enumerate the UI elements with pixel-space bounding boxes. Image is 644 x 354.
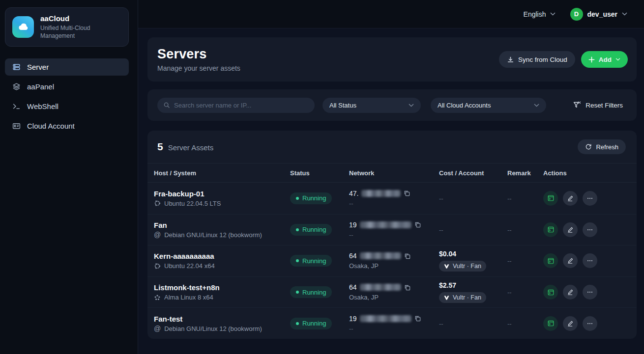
layers-icon: [12, 82, 21, 91]
ip-address: 64: [349, 252, 357, 260]
terminal-icon: [12, 102, 21, 110]
terminal-button[interactable]: [543, 285, 558, 300]
page-title: Servers: [157, 47, 240, 62]
language-selector[interactable]: English: [524, 10, 556, 18]
page-header-card: Servers Manage your server assets Sync f…: [147, 37, 637, 82]
column-header: Actions: [543, 169, 637, 177]
cloud-account-badge: Vultr · Fan: [439, 292, 486, 303]
table-row: Listmonk-test+n8n Alma Linux 8 x64 Runni…: [147, 276, 637, 308]
server-icon: [12, 63, 21, 71]
server-name: Fra-backup-01: [154, 190, 290, 198]
more-actions-button[interactable]: [583, 253, 597, 268]
copy-icon[interactable]: [404, 253, 410, 259]
server-os: Alma Linux 8 x64: [154, 294, 290, 301]
sidebar-nav: ServeraaPanelWebShellCloud Account: [0, 58, 138, 137]
status-badge: Running: [290, 224, 332, 236]
sidebar-item-webshell[interactable]: WebShell: [5, 98, 129, 115]
server-assets-card: 5 Server Assets Refresh Host / SystemSta…: [147, 131, 637, 339]
chevron-down-icon: [550, 12, 556, 16]
status-badge: Running: [290, 286, 332, 298]
table-row: Kern-aaaaaaaaaa Ubuntu 22.04 x64 Running…: [147, 245, 637, 276]
server-os: @Debian GNU/Linux 12 (bookworm): [154, 325, 290, 332]
remark: --: [507, 194, 543, 203]
ubuntu-icon: [154, 200, 161, 207]
cloud-account-badge: Vultr · Fan: [439, 261, 486, 272]
server-location: --: [349, 200, 439, 207]
server-os: Ubuntu 22.04.5 LTS: [154, 200, 290, 207]
column-header: Cost / Account: [439, 169, 507, 177]
server-location: Osaka, JP: [349, 262, 439, 270]
server-name: Listmonk-test+n8n: [154, 283, 290, 292]
content: Servers Manage your server assets Sync f…: [138, 28, 644, 354]
sidebar-item-server[interactable]: Server: [5, 58, 129, 76]
idcard-icon: [12, 122, 21, 130]
logo-card: aaCloud Unified Multi-Cloud Management: [5, 7, 129, 47]
sidebar-item-aapanel[interactable]: aaPanel: [5, 78, 129, 95]
add-button[interactable]: Add: [581, 51, 628, 68]
column-header: Host / System: [154, 169, 290, 177]
search-input[interactable]: [174, 102, 309, 109]
more-actions-button[interactable]: [583, 191, 597, 206]
edit-button[interactable]: [563, 316, 578, 331]
copy-icon[interactable]: [414, 221, 421, 228]
debian-icon: @: [154, 325, 161, 332]
remark: --: [507, 319, 543, 328]
sync-from-cloud-button[interactable]: Sync from Cloud: [499, 51, 575, 68]
copy-icon[interactable]: [404, 284, 410, 291]
cost: $0.04: [439, 250, 507, 258]
ip-address: 47.: [349, 190, 358, 197]
sidebar-item-cloud-account[interactable]: Cloud Account: [5, 117, 129, 135]
chevron-down-icon: [622, 12, 627, 16]
copy-icon[interactable]: [414, 315, 421, 322]
ip-address: 19: [349, 315, 357, 323]
column-header: Remark: [507, 169, 543, 177]
app-tagline: Unified Multi-Cloud Management: [40, 24, 121, 40]
status-badge: Running: [290, 192, 332, 204]
edit-button[interactable]: [563, 222, 578, 237]
app-root: aaCloud Unified Multi-Cloud Management S…: [0, 0, 644, 354]
reset-filters-button[interactable]: Reset Filters: [573, 101, 623, 109]
search-box[interactable]: [157, 98, 315, 113]
remark: --: [507, 256, 543, 265]
remark: --: [507, 225, 543, 234]
page-subtitle: Manage your server assets: [157, 64, 240, 72]
more-actions-button[interactable]: [583, 222, 597, 237]
ip-address: 19: [349, 221, 357, 229]
debian-icon: @: [154, 231, 161, 239]
terminal-button[interactable]: [543, 316, 558, 331]
column-header: Status: [290, 169, 349, 177]
cloud-account-filter[interactable]: All Cloud Accounts: [431, 98, 546, 113]
vultr-icon: [444, 264, 449, 269]
table-row: Fan @Debian GNU/Linux 12 (bookworm) Runn…: [147, 214, 637, 245]
user-menu[interactable]: D dev_user: [570, 8, 627, 21]
server-location: Osaka, JP: [349, 294, 439, 301]
edit-button[interactable]: [563, 285, 578, 300]
app-logo-cloud-icon: [12, 16, 34, 38]
asset-count: 5 Server Assets: [157, 141, 213, 153]
remark: --: [507, 288, 543, 297]
masked-ip: [360, 284, 401, 291]
cost: --: [439, 320, 443, 327]
server-location: --: [349, 231, 439, 239]
copy-icon[interactable]: [404, 190, 410, 196]
edit-button[interactable]: [563, 253, 578, 268]
more-actions-button[interactable]: [583, 285, 597, 300]
server-os: Ubuntu 22.04 x64: [154, 262, 290, 270]
terminal-button[interactable]: [543, 191, 558, 206]
chevron-down-icon: [409, 104, 414, 107]
cost: --: [439, 195, 443, 202]
edit-button[interactable]: [563, 191, 578, 206]
masked-ip: [361, 190, 401, 197]
table-header: Host / SystemStatusNetworkCost / Account…: [147, 163, 637, 183]
table-row: Fra-backup-01 Ubuntu 22.04.5 LTS Running…: [147, 183, 637, 214]
more-actions-button[interactable]: [583, 316, 597, 331]
status-filter[interactable]: All Status: [322, 98, 421, 113]
language-label: English: [524, 10, 546, 18]
terminal-button[interactable]: [543, 253, 558, 268]
terminal-button[interactable]: [543, 222, 558, 237]
vultr-icon: [444, 295, 449, 300]
cost: $2.57: [439, 281, 507, 289]
alma-icon: [154, 294, 161, 301]
refresh-button[interactable]: Refresh: [578, 139, 626, 154]
username: dev_user: [587, 10, 617, 18]
